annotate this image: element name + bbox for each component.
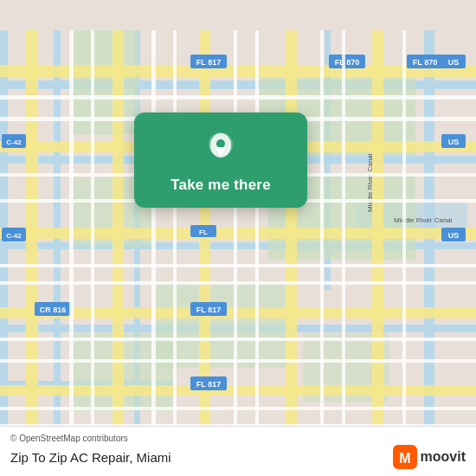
svg-rect-67 [151,30,156,446]
map-background: FL 817 FL 817 FL 817 FL 870 FL 870 US US… [0,0,476,476]
svg-text:US: US [448,231,460,240]
svg-text:FL: FL [199,228,208,236]
svg-rect-70 [255,30,259,446]
attribution-text: © OpenStreetMap contributors [10,434,466,443]
svg-rect-72 [342,30,345,446]
bottom-row: Zip To Zip AC Repair, Miami M moovit [10,445,466,469]
svg-rect-24 [26,30,38,446]
svg-text:FL 870: FL 870 [335,58,359,67]
take-me-there-label: Take me there [170,177,271,194]
svg-text:FL 817: FL 817 [196,58,221,67]
svg-rect-71 [320,30,324,446]
svg-rect-68 [173,30,177,446]
svg-text:C-42: C-42 [6,232,22,240]
svg-rect-69 [234,30,237,446]
svg-rect-73 [402,30,406,446]
svg-text:M: M [399,451,410,466]
svg-text:US: US [448,58,460,67]
svg-point-76 [216,139,225,148]
bottom-bar: © OpenStreetMap contributors Zip To Zip … [0,426,476,476]
map-container: FL 817 FL 817 FL 817 FL 870 FL 870 US US… [0,0,476,476]
svg-text:US: US [448,138,460,146]
svg-text:FL 870: FL 870 [413,58,437,67]
svg-rect-27 [286,30,297,446]
svg-text:C-42: C-42 [6,138,22,146]
svg-rect-66 [91,30,94,446]
moovit-label: moovit [421,449,466,465]
svg-rect-28 [372,30,383,446]
svg-text:FL 817: FL 817 [196,380,221,389]
location-pin-icon [201,128,241,168]
svg-text:Middle River Canal: Middle River Canal [366,153,374,212]
svg-text:CR 816: CR 816 [40,306,67,314]
svg-rect-65 [69,30,74,446]
place-name: Zip To Zip AC Repair, Miami [10,450,171,465]
svg-rect-25 [113,30,124,446]
moovit-brand-icon: M [393,445,417,469]
take-me-there-popup[interactable]: Take me there [134,113,307,208]
svg-text:FL 817: FL 817 [196,306,221,314]
moovit-logo: M moovit [393,445,466,469]
